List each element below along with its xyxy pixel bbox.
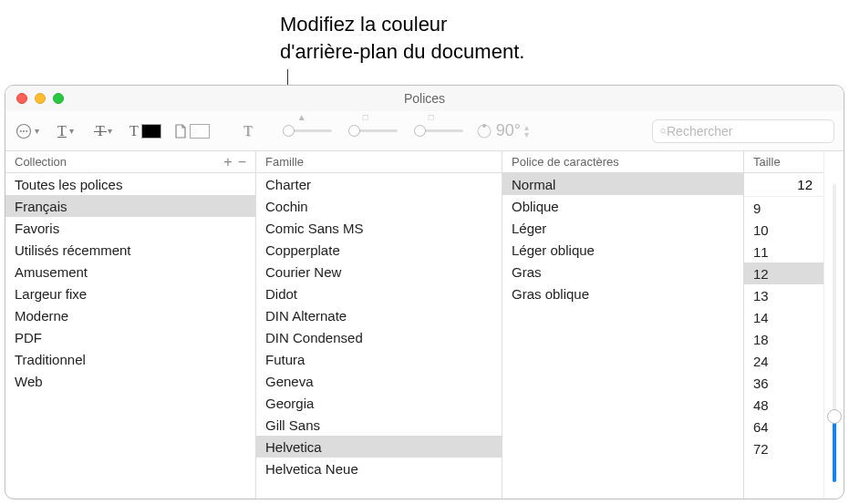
document-background-color-button[interactable] [174,118,210,144]
list-item[interactable]: Courier New [256,261,502,283]
svg-point-3 [26,129,27,131]
list-item[interactable]: Gras oblique [502,283,743,304]
size-header-label: Taille [753,155,781,169]
typeface-list[interactable]: NormalObliqueLégerLéger obliqueGrasGras … [502,173,743,499]
svg-point-1 [20,129,22,131]
size-header: Taille [744,151,823,173]
list-item[interactable]: 14 [744,306,823,328]
list-item[interactable]: 24 [744,350,823,372]
size-list[interactable]: 91011121314182436486472 [744,197,823,499]
list-item[interactable]: 12 [744,262,823,284]
list-item[interactable]: Normal [502,173,743,195]
chevron-down-icon: ▾ [108,126,112,136]
list-item[interactable]: Oblique [502,195,743,217]
list-item[interactable]: Didot [256,283,502,304]
chevron-down-icon: ▾ [35,126,39,136]
list-item[interactable]: 13 [744,284,823,306]
toolbar: ▾ T ▾ T ▾ T T ▲ □ [5,111,844,151]
list-item[interactable]: 9 [744,197,823,219]
list-item[interactable]: Français [5,195,255,217]
list-item[interactable]: Geneva [256,370,502,392]
svg-point-2 [23,129,25,131]
list-item[interactable]: Largeur fixe [5,283,255,304]
list-item[interactable]: DIN Alternate [256,304,502,326]
search-field[interactable] [652,119,834,143]
list-item[interactable]: Léger [502,217,743,239]
more-options-button[interactable]: ▾ [15,118,40,144]
list-item[interactable]: Futura [256,348,502,370]
window-title: Polices [5,91,844,106]
collection-header-label: Collection [15,155,67,169]
list-item[interactable]: Comic Sans MS [256,217,502,239]
fonts-window: Polices ▾ T ▾ T ▾ T T ▲ [5,85,844,499]
square-icon: □ [429,112,434,122]
list-item[interactable]: Helvetica [256,436,502,458]
remove-collection-button[interactable]: − [238,154,246,170]
collection-list[interactable]: Toutes les policesFrançaisFavorisUtilisé… [5,173,255,499]
list-item[interactable]: 36 [744,372,823,394]
callout-annotation: Modifiez la couleur d'arrière-plan du do… [280,11,524,65]
shadow-opacity-slider[interactable]: ▲ [283,129,332,132]
search-input[interactable] [667,124,826,139]
list-item[interactable]: Georgia [256,392,502,414]
background-color-swatch [190,124,210,139]
add-collection-button[interactable]: + [223,154,232,170]
list-item[interactable]: Traditionnel [5,348,255,370]
typeface-column: Police de caractères NormalObliqueLégerL… [502,151,744,499]
list-item[interactable]: Favoris [5,217,255,239]
list-item[interactable]: 64 [744,416,823,437]
list-item[interactable]: 48 [744,394,823,416]
family-list[interactable]: CharterCochinComic Sans MSCopperplateCou… [256,173,502,499]
square-icon: □ [363,112,368,122]
typeface-header-label: Police de caractères [512,155,619,169]
list-item[interactable]: DIN Condensed [256,326,502,348]
list-item[interactable]: 18 [744,328,823,350]
list-item[interactable]: Toutes les polices [5,173,255,195]
svg-point-6 [661,129,666,133]
shadow-angle-control[interactable]: 90° ▴▾ [476,121,529,140]
callout-line2: d'arrière-plan du document. [280,38,524,66]
typeface-header: Police de caractères [502,151,743,173]
shadow-sliders-group: ▲ □ □ [283,129,463,132]
chevron-down-icon: ▾ [69,126,74,136]
list-item[interactable]: 72 [744,437,823,459]
list-item[interactable]: 11 [744,241,823,262]
strikethrough-button[interactable]: T ▾ [91,118,117,144]
text-color-button[interactable]: T [129,118,161,144]
titlebar: Polices [5,86,844,111]
stepper-arrows-icon[interactable]: ▴▾ [524,124,529,139]
size-input[interactable] [744,173,823,197]
triangle-up-icon: ▲ [297,112,306,122]
shadow-blur-slider[interactable]: □ [348,129,398,132]
document-icon [174,124,187,139]
callout-line1: Modifiez la couleur [280,11,524,38]
columns: Collection + − Toutes les policesFrançai… [5,151,844,499]
list-item[interactable]: PDF [5,326,255,348]
list-item[interactable]: Web [5,370,255,392]
family-header: Famille [256,151,502,173]
list-item[interactable]: Moderne [5,304,255,326]
list-item[interactable]: Gras [502,261,743,283]
family-column: Famille CharterCochinComic Sans MSCopper… [256,151,502,499]
list-item[interactable]: 10 [744,219,823,241]
list-item[interactable]: Charter [256,173,502,195]
rotation-value: 90° [496,121,521,140]
svg-point-5 [482,124,486,128]
family-header-label: Famille [265,155,304,169]
angle-dial-icon [476,123,492,139]
list-item[interactable]: Léger oblique [502,239,743,261]
collection-header: Collection + − [5,151,255,173]
underline-button[interactable]: T ▾ [53,118,78,144]
list-item[interactable]: Gill Sans [256,414,502,436]
list-item[interactable]: Utilisés récemment [5,239,255,261]
size-slider[interactable] [823,151,844,499]
search-icon [660,125,667,138]
size-column: Taille 91011121314182436486472 [744,151,844,499]
collection-column: Collection + − Toutes les policesFrançai… [5,151,256,499]
list-item[interactable]: Amusement [5,261,255,283]
list-item[interactable]: Copperplate [256,239,502,261]
list-item[interactable]: Helvetica Neue [256,458,502,479]
text-shadow-button[interactable]: T [235,118,261,144]
list-item[interactable]: Cochin [256,195,502,217]
shadow-offset-slider[interactable]: □ [414,129,463,132]
